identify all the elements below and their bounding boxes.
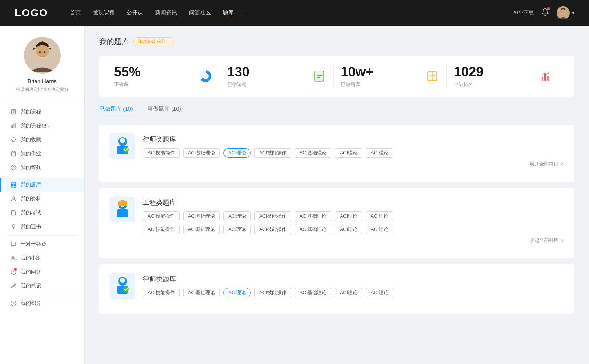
nav-more[interactable]: ··· <box>246 8 250 18</box>
qbank-3-tags: ACI技能操作 ACI基础理论 ACI理论 ACI技能操作 ACI基础理论 AC… <box>143 288 564 297</box>
notification-bell[interactable] <box>541 8 549 18</box>
tag-3-6[interactable]: ACI理论 <box>366 288 393 297</box>
tag-3-3[interactable]: ACI技能操作 <box>254 288 291 297</box>
tag-3-5[interactable]: ACI理论 <box>335 288 362 297</box>
qbank-1-header: 律师类题库 ACI技能操作 ACI基础理论 ACI理论 ACI技能操作 ACI基… <box>110 133 564 167</box>
sidebar-label-my-notes: 我的笔记 <box>21 283 74 289</box>
stat-ranking-info: 1029 全站排名 <box>454 64 535 88</box>
person-icon <box>10 196 17 202</box>
nav-question-bank[interactable]: 题库 <box>223 8 234 18</box>
qbank-card-3: 律师类题库 ACI技能操作 ACI基础理论 ACI理论 ACI技能操作 ACI基… <box>99 264 574 314</box>
user-avatar-wrap[interactable]: ▾ <box>557 6 574 19</box>
tag-2-r2-0[interactable]: ACI技能操作 <box>143 225 180 234</box>
nav-news[interactable]: 新闻资讯 <box>155 8 177 18</box>
tag-2-r2-3[interactable]: ACI技能操作 <box>254 225 291 234</box>
sidebar-item-my-course-packages[interactable]: 我的课程包... <box>0 119 84 133</box>
sidebar-item-my-questions[interactable]: 我的答疑 <box>0 161 84 175</box>
group-icon <box>10 255 17 261</box>
tag-2-1[interactable]: ACI基础理论 <box>183 211 220 221</box>
tag-2-0[interactable]: ACI技能操作 <box>143 211 180 221</box>
qbank-1-title: 律师类题库 <box>143 133 564 144</box>
svg-marker-15 <box>11 137 16 142</box>
stat-ranking-number: 1029 <box>454 64 535 80</box>
stat-accuracy-label: 正确率 <box>114 81 195 88</box>
svg-point-7 <box>43 51 45 53</box>
chat-icon <box>10 241 17 247</box>
sidebar-item-my-courses[interactable]: 我的课程 <box>0 105 84 119</box>
tag-2-r2-4[interactable]: ACI基础理论 <box>295 225 332 234</box>
svg-point-31 <box>203 73 209 79</box>
tag-3-2[interactable]: ACI理论 <box>223 288 251 297</box>
tag-3-1[interactable]: ACI基础理论 <box>183 288 220 297</box>
user-avatar <box>557 6 570 19</box>
sidebar-item-my-exam[interactable]: 我的考试 <box>0 206 84 220</box>
sidebar-label-one-on-one: 一对一答疑 <box>21 241 74 247</box>
sidebar-item-my-notes[interactable]: 我的笔记 <box>0 279 84 293</box>
qbank-card-1: 律师类题库 ACI技能操作 ACI基础理论 ACI理论 ACI技能操作 ACI基… <box>99 125 574 182</box>
tag-2-4[interactable]: ACI基础理论 <box>295 211 332 221</box>
sidebar-item-my-homework[interactable]: 我的作业 <box>0 147 84 161</box>
tag-2-6[interactable]: ACI理论 <box>366 211 393 221</box>
sidebar-label-my-question-bank: 我的题库 <box>21 182 74 188</box>
nav-menu: 首页 发现课程 公开课 新闻资讯 问答社区 题库 ··· <box>70 8 513 18</box>
logo[interactable]: LOGO <box>15 7 48 19</box>
trial-badge: 体验剩余23天！ <box>133 37 174 46</box>
engineer-icon <box>113 200 132 220</box>
stat-done-questions-label: 已做试题 <box>228 81 308 88</box>
svg-rect-12 <box>11 126 13 128</box>
qbank-3-icon-wrap <box>110 273 135 299</box>
stat-done-questions-number: 130 <box>228 64 308 80</box>
tag-1-5[interactable]: ACI理论 <box>335 148 362 158</box>
sidebar-item-my-certificate[interactable]: 我的证书 <box>0 220 84 234</box>
nav-open-course[interactable]: 公开课 <box>127 8 143 18</box>
sidebar-item-my-answers[interactable]: 我的问答 <box>0 265 84 279</box>
sidebar-item-my-points[interactable]: 我的积分 <box>0 296 84 310</box>
sidebar-item-my-group[interactable]: 我的小组 <box>0 251 84 265</box>
tag-1-6[interactable]: ACI理论 <box>366 148 393 158</box>
qbank-1-expand[interactable]: 展开全部科目 ∨ <box>143 161 564 167</box>
navbar: LOGO 首页 发现课程 公开课 新闻资讯 问答社区 题库 ··· APP下载 <box>0 0 589 26</box>
sidebar-label-my-homework: 我的作业 <box>21 150 74 157</box>
sidebar-item-one-on-one[interactable]: 一对一答疑 <box>0 237 84 251</box>
svg-rect-20 <box>14 183 16 185</box>
grid-icon <box>10 182 17 188</box>
qbank-2-content: 工程类题库 ACI技能操作 ACI基础理论 ACI理论 ACI技能操作 ACI基… <box>143 197 564 244</box>
tab-done-banks[interactable]: 已做题库 (10) <box>99 106 133 117</box>
tag-1-0[interactable]: ACI技能操作 <box>143 148 180 158</box>
sidebar-label-my-course-packages: 我的课程包... <box>21 122 74 129</box>
svg-rect-46 <box>547 76 549 81</box>
tag-2-r2-5[interactable]: ACI理论 <box>335 225 362 234</box>
stat-accuracy: 55% 正确率 <box>114 64 220 88</box>
tag-3-0[interactable]: ACI技能操作 <box>143 288 180 297</box>
page-header: 我的题库 体验剩余23天！ <box>99 37 574 47</box>
pie-chart-icon <box>199 69 212 83</box>
sidebar-item-my-profile[interactable]: 我的资料 <box>0 192 84 206</box>
stat-ranking: 1029 全站排名 <box>447 64 560 88</box>
svg-rect-44 <box>542 77 543 81</box>
tag-1-2[interactable]: ACI理论 <box>223 148 251 158</box>
nav-discover[interactable]: 发现课程 <box>93 8 115 18</box>
nav-qa[interactable]: 问答社区 <box>189 8 211 18</box>
tab-available-banks[interactable]: 可做题库 (10) <box>148 106 181 117</box>
sidebar-item-my-question-bank[interactable]: 我的题库 <box>0 178 84 192</box>
tag-2-5[interactable]: ACI理论 <box>335 211 362 221</box>
edit-icon <box>10 283 17 289</box>
tag-2-r2-6[interactable]: ACI理论 <box>366 225 393 234</box>
nav-home[interactable]: 首页 <box>70 8 81 18</box>
tag-1-1[interactable]: ACI基础理论 <box>183 148 220 158</box>
tag-2-2[interactable]: ACI理论 <box>223 211 251 221</box>
tag-1-4[interactable]: ACI基础理论 <box>295 148 332 158</box>
tag-2-r2-2[interactable]: ACI理论 <box>223 225 251 234</box>
sidebar-item-my-favorites[interactable]: 我的收藏 <box>0 133 84 147</box>
badge-icon <box>10 224 17 230</box>
app-download-link[interactable]: APP下载 <box>513 10 534 16</box>
stat-done-banks-info: 10w+ 已做题库 <box>341 64 422 88</box>
tag-2-r2-1[interactable]: ACI基础理论 <box>183 225 220 234</box>
stat-done-banks-number: 10w+ <box>341 64 422 80</box>
tag-2-3[interactable]: ACI技能操作 <box>254 211 291 221</box>
qbank-2-collapse[interactable]: 收起全部科目 ∧ <box>143 237 564 244</box>
sidebar-divider-2 <box>7 235 77 236</box>
sidebar-label-my-exam: 我的考试 <box>21 210 74 216</box>
tag-3-4[interactable]: ACI基础理论 <box>295 288 332 297</box>
tag-1-3[interactable]: ACI技能操作 <box>254 148 291 158</box>
